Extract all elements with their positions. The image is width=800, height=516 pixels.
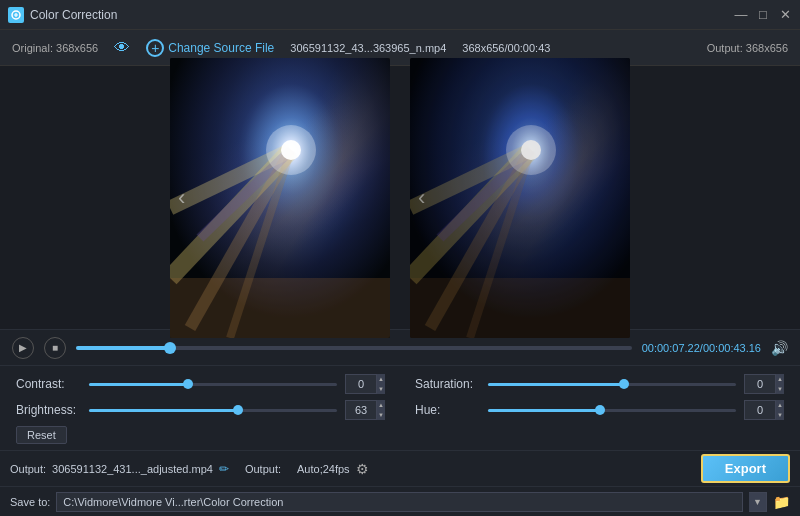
window-title: Color Correction: [30, 8, 728, 22]
output-video-preview: ‹: [410, 58, 630, 338]
brightness-label: Brightness:: [16, 403, 81, 417]
play-button[interactable]: ▶: [12, 337, 34, 359]
hue-spinners: ▲ ▼: [776, 400, 784, 420]
contrast-input[interactable]: [345, 374, 377, 394]
eye-icon[interactable]: 👁: [114, 39, 130, 57]
close-button[interactable]: ✕: [778, 8, 792, 22]
volume-button[interactable]: 🔊: [771, 340, 788, 356]
brightness-thumb[interactable]: [233, 405, 243, 415]
controls-grid: Contrast: ▲ ▼ Saturation:: [16, 374, 784, 420]
contrast-control: Contrast: ▲ ▼: [16, 374, 385, 394]
original-video-overlay: [170, 58, 390, 338]
svg-rect-9: [170, 278, 390, 338]
hue-input[interactable]: [744, 400, 776, 420]
saturation-label: Saturation:: [415, 377, 480, 391]
original-label: Original: 368x656: [12, 42, 98, 54]
saturation-input[interactable]: [744, 374, 776, 394]
output-format-label: Auto;24fps: [297, 463, 350, 475]
hue-up-btn[interactable]: ▲: [776, 400, 784, 410]
saveto-bar: Save to: ▼ 📁: [0, 486, 800, 516]
contrast-label: Contrast:: [16, 377, 81, 391]
total-time: 00:00:43.16: [703, 342, 761, 354]
hue-value-row: ▲ ▼: [744, 400, 784, 420]
contrast-spinners: ▲ ▼: [377, 374, 385, 394]
output-video-panel: ‹: [410, 58, 630, 338]
brightness-slider[interactable]: [89, 409, 337, 412]
hue-thumb[interactable]: [595, 405, 605, 415]
saturation-thumb[interactable]: [619, 379, 629, 389]
playback-bar: ▶ ■ 00:00:07.22/00:00:43.16 🔊: [0, 329, 800, 365]
brightness-input[interactable]: [345, 400, 377, 420]
output2-label: Output:: [245, 463, 281, 475]
maximize-button[interactable]: □: [756, 8, 770, 22]
saturation-fill: [488, 383, 624, 386]
saveto-dropdown[interactable]: ▼: [749, 492, 767, 512]
svg-point-17: [506, 125, 556, 175]
video-next-arrow[interactable]: ‹: [418, 185, 425, 211]
timeline-progress: [76, 346, 170, 350]
timeline-thumb[interactable]: [164, 342, 176, 354]
brightness-spinners: ▲ ▼: [377, 400, 385, 420]
minimize-button[interactable]: —: [734, 8, 748, 22]
hue-label: Hue:: [415, 403, 480, 417]
titlebar: Color Correction — □ ✕: [0, 0, 800, 30]
output-dimensions-label: Output: 368x656: [707, 42, 788, 54]
app-icon: [8, 7, 24, 23]
saturation-value-row: ▲ ▼: [744, 374, 784, 394]
saturation-control: Saturation: ▲ ▼: [415, 374, 784, 394]
saturation-spinners: ▲ ▼: [776, 374, 784, 394]
contrast-thumb[interactable]: [183, 379, 193, 389]
change-source-label: Change Source File: [168, 41, 274, 55]
hue-control: Hue: ▲ ▼: [415, 400, 784, 420]
stop-button[interactable]: ■: [44, 337, 66, 359]
output-filename: 306591132_431..._adjusted.mp4: [52, 463, 213, 475]
brightness-down-btn[interactable]: ▼: [377, 410, 385, 420]
contrast-fill: [89, 383, 188, 386]
top-bar: Original: 368x656 👁 + Change Source File…: [0, 30, 800, 66]
export-button[interactable]: Export: [701, 454, 790, 483]
brightness-control: Brightness: ▲ ▼: [16, 400, 385, 420]
change-source-button[interactable]: + Change Source File: [146, 39, 274, 57]
contrast-down-btn[interactable]: ▼: [377, 384, 385, 394]
reset-button[interactable]: Reset: [16, 426, 67, 444]
hue-slider[interactable]: [488, 409, 736, 412]
output-bar: Output: 306591132_431..._adjusted.mp4 ✏ …: [0, 450, 800, 486]
controls-area: Contrast: ▲ ▼ Saturation:: [0, 365, 800, 450]
saturation-down-btn[interactable]: ▼: [776, 384, 784, 394]
video-area: ‹: [0, 66, 800, 329]
svg-rect-18: [410, 278, 630, 338]
current-time: 00:00:07.22: [642, 342, 700, 354]
output-label: Output:: [10, 463, 46, 475]
timeline-track[interactable]: [76, 346, 632, 350]
file-dimensions-label: 368x656/00:00:43: [462, 42, 550, 54]
saveto-label: Save to:: [10, 496, 50, 508]
folder-button[interactable]: 📁: [773, 494, 790, 510]
gear-button[interactable]: ⚙: [356, 461, 369, 477]
plus-circle-icon: +: [146, 39, 164, 57]
contrast-value-row: ▲ ▼: [345, 374, 385, 394]
svg-point-8: [266, 125, 316, 175]
original-video-preview: ‹: [170, 58, 390, 338]
video-prev-arrow[interactable]: ‹: [178, 185, 185, 211]
original-video-panel: ‹: [170, 58, 390, 338]
output-video-overlay: [410, 58, 630, 338]
time-display: 00:00:07.22/00:00:43.16: [642, 342, 761, 354]
saturation-up-btn[interactable]: ▲: [776, 374, 784, 384]
brightness-up-btn[interactable]: ▲: [377, 400, 385, 410]
brightness-value-row: ▲ ▼: [345, 400, 385, 420]
hue-fill: [488, 409, 600, 412]
contrast-slider[interactable]: [89, 383, 337, 386]
saturation-slider[interactable]: [488, 383, 736, 386]
saveto-path-input[interactable]: [56, 492, 743, 512]
brightness-fill: [89, 409, 238, 412]
window-controls: — □ ✕: [734, 8, 792, 22]
filename-label: 306591132_43...363965_n.mp4: [290, 42, 446, 54]
main-area: Original: 368x656 👁 + Change Source File…: [0, 30, 800, 516]
edit-icon[interactable]: ✏: [219, 462, 229, 476]
hue-down-btn[interactable]: ▼: [776, 410, 784, 420]
contrast-up-btn[interactable]: ▲: [377, 374, 385, 384]
